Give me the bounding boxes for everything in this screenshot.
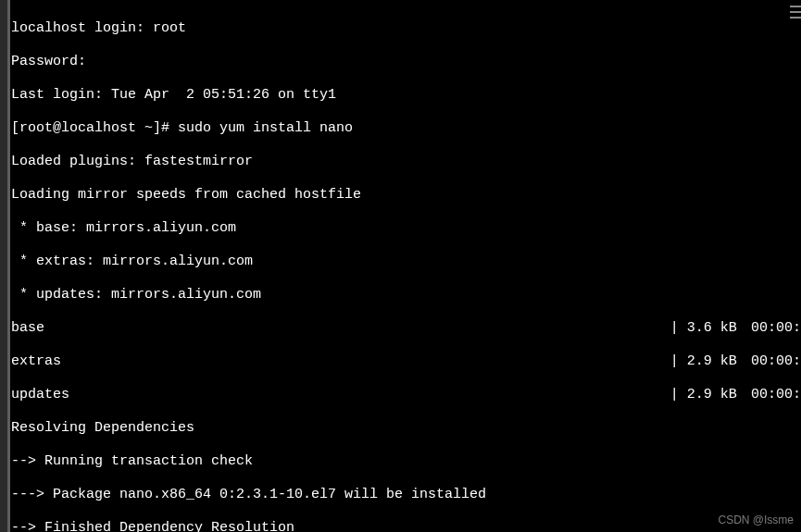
shell-line: [root@localhost ~]# sudo yum install nan… bbox=[11, 120, 801, 137]
pkg-install-line: ---> Package nano.x86_64 0:2.3.1-10.el7 … bbox=[11, 487, 801, 503]
plugins-line: Loaded plugins: fastestmirror bbox=[11, 154, 801, 170]
repo-row: extras| 2.9 kB00:00: bbox=[11, 353, 801, 370]
finished-line: --> Finished Dependency Resolution bbox=[11, 520, 801, 532]
window-left-edge bbox=[7, 0, 10, 532]
terminal-output[interactable]: localhost login: root Password: Last log… bbox=[11, 4, 801, 532]
repo-time: 00:00: bbox=[751, 353, 801, 370]
resolving-line: Resolving Dependencies bbox=[11, 420, 801, 437]
repo-time: 00:00: bbox=[751, 387, 801, 403]
repo-sep: | bbox=[670, 320, 687, 337]
login-user: root bbox=[153, 20, 186, 36]
repo-sep: | bbox=[670, 387, 687, 403]
loading-line: Loading mirror speeds from cached hostfi… bbox=[11, 187, 801, 204]
repo-name: updates bbox=[11, 387, 670, 403]
window-left-border bbox=[0, 0, 7, 532]
repo-row: updates| 2.9 kB00:00: bbox=[11, 387, 801, 403]
repo-name: extras bbox=[11, 353, 670, 370]
last-login-line: Last login: Tue Apr 2 05:51:26 on tty1 bbox=[11, 87, 801, 104]
login-prompt: localhost login: bbox=[11, 20, 153, 36]
login-prompt-line: localhost login: root bbox=[11, 20, 801, 37]
repo-name: base bbox=[11, 320, 670, 337]
trans-check-line: --> Running transaction check bbox=[11, 453, 801, 470]
repo-size: 2.9 kB bbox=[687, 387, 751, 403]
repo-size: 3.6 kB bbox=[687, 320, 751, 337]
shell-command: sudo yum install nano bbox=[178, 120, 353, 136]
repo-sep: | bbox=[670, 353, 687, 370]
password-line: Password: bbox=[11, 54, 801, 70]
repo-row: base| 3.6 kB00:00: bbox=[11, 320, 801, 337]
repo-time: 00:00: bbox=[751, 320, 801, 337]
watermark: CSDN @Issme bbox=[718, 513, 794, 526]
mirror-line: * updates: mirrors.aliyun.com bbox=[11, 287, 801, 303]
repo-size: 2.9 kB bbox=[687, 353, 751, 370]
shell-prompt: [root@localhost ~]# bbox=[11, 120, 178, 136]
mirror-line: * extras: mirrors.aliyun.com bbox=[11, 254, 801, 270]
mirror-line: * base: mirrors.aliyun.com bbox=[11, 220, 801, 237]
